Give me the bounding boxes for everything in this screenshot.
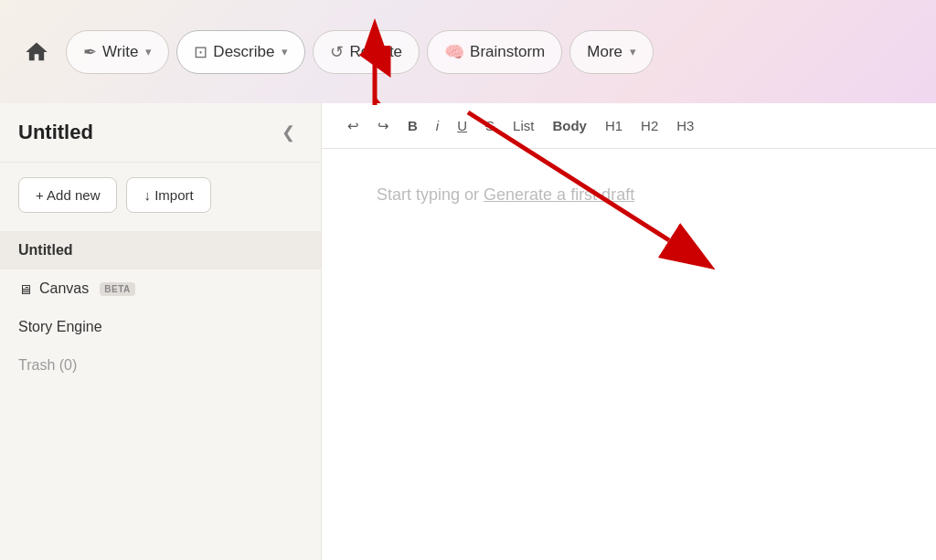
sidebar-nav: Untitled 🖥 Canvas BETA Story Engine Tras… [0,227,321,388]
body-label: Body [552,118,587,133]
redo-icon: ↪ [378,118,389,134]
placeholder-static-text: Start typing or [377,185,484,204]
describe-chevron-icon: ▾ [282,45,288,58]
nav-item-label-story-engine: Story Engine [18,319,102,335]
write-label: Write [102,43,138,61]
sidebar-actions: + Add new ↓ Import [0,163,321,227]
describe-label: Describe [213,43,274,61]
h2-button[interactable]: H2 [633,114,665,137]
more-label: More [587,43,622,61]
add-new-label: + Add new [36,187,100,203]
describe-icon: ⊡ [194,42,207,62]
undo-icon: ↩ [347,118,359,134]
main-layout: Untitled ❮ + Add new ↓ Import Untitled 🖥… [0,103,936,560]
sidebar: Untitled ❮ + Add new ↓ Import Untitled 🖥… [0,103,322,560]
top-bar: ✒ Write ▾ ⊡ Describe ▾ ↺ Rewrite 🧠 Brain… [0,0,936,103]
list-label: List [513,118,534,133]
beta-badge: BETA [100,282,134,296]
editor-area: ↩ ↪ B i U S List Body H1 [322,103,936,560]
editor-placeholder: Start typing or Generate a first draft [377,185,634,205]
bold-label: B [408,118,418,133]
rewrite-label: Rewrite [349,43,402,61]
brainstorm-button[interactable]: 🧠 Brainstorm [427,30,562,74]
write-button[interactable]: ✒ Write ▾ [66,30,169,74]
nav-item-label-trash: Trash (0) [18,357,77,374]
brainstorm-icon: 🧠 [444,42,464,62]
sidebar-item-untitled[interactable]: Untitled [0,231,321,269]
collapse-icon: ❮ [282,122,295,143]
bold-button[interactable]: B [400,114,425,137]
list-button[interactable]: List [505,114,541,137]
write-icon: ✒ [83,42,97,62]
sidebar-title: Untitled [18,121,93,144]
italic-button[interactable]: i [429,114,446,137]
nav-item-label-untitled: Untitled [18,242,73,259]
h3-label: H3 [676,118,694,133]
underline-label: U [457,118,467,133]
write-chevron-icon: ▾ [145,45,152,58]
sidebar-header: Untitled ❮ [0,103,321,163]
generate-draft-link[interactable]: Generate a first draft [484,185,634,204]
strikethrough-button[interactable]: S [478,114,502,137]
body-button[interactable]: Body [545,114,594,137]
editor-toolbar: ↩ ↪ B i U S List Body H1 [322,103,936,149]
import-button[interactable]: ↓ Import [126,177,210,213]
brainstorm-label: Brainstorm [470,43,545,61]
describe-button[interactable]: ⊡ Describe ▾ [176,30,305,74]
h2-label: H2 [641,118,658,133]
add-new-button[interactable]: + Add new [18,177,117,213]
sidebar-item-trash[interactable]: Trash (0) [0,346,321,385]
underline-button[interactable]: U [450,114,474,137]
more-button[interactable]: More ▾ [569,30,654,74]
home-button[interactable] [15,30,58,74]
sidebar-collapse-button[interactable]: ❮ [273,118,303,147]
h3-button[interactable]: H3 [669,114,701,137]
nav-item-label-canvas: Canvas [39,280,89,297]
rewrite-button[interactable]: ↺ Rewrite [313,30,420,74]
strikethrough-label: S [485,118,495,133]
rewrite-icon: ↺ [330,42,344,62]
undo-button[interactable]: ↩ [340,114,367,138]
italic-label: i [436,118,439,133]
home-icon [24,39,49,65]
redo-button[interactable]: ↪ [370,114,397,138]
sidebar-item-canvas[interactable]: 🖥 Canvas BETA [0,269,321,308]
h1-label: H1 [605,118,622,133]
import-label: ↓ Import [144,187,193,203]
canvas-icon: 🖥 [18,281,32,297]
h1-button[interactable]: H1 [598,114,630,137]
editor-content[interactable]: Start typing or Generate a first draft [322,149,936,560]
more-chevron-icon: ▾ [630,45,636,58]
sidebar-item-story-engine[interactable]: Story Engine [0,308,321,346]
